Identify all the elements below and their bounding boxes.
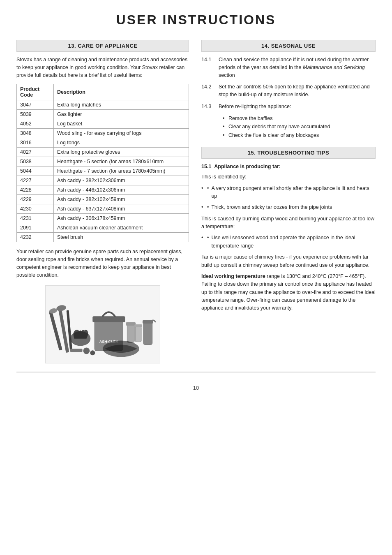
product-code: 4231 — [17, 214, 54, 223]
product-description: Hearthgate - 5 section (for areas 1780x6… — [54, 157, 189, 166]
ts-title: Appliance is producing tar: — [214, 164, 281, 169]
product-code: 4227 — [17, 176, 54, 185]
svg-point-17 — [83, 348, 90, 354]
seasonal-items: 14.1Clean and service the appliance if i… — [201, 56, 376, 139]
table-row: 5038Hearthgate - 5 section (for areas 17… — [17, 157, 189, 166]
product-description: Extra long matches — [54, 100, 189, 110]
svg-rect-7 — [92, 316, 125, 322]
product-description: Ash caddy - 382x102x459mm — [54, 195, 189, 204]
bottom-border — [16, 372, 376, 372]
seasonal-item-text: Before re-lighting the appliance: — [219, 103, 291, 111]
seasonal-item-text: Clean and service the appliance if it is… — [219, 56, 376, 79]
product-description: Ash caddy - 637x127x408mm — [54, 204, 189, 214]
svg-rect-15 — [143, 320, 153, 324]
table-row: 3016Log tongs — [17, 138, 189, 148]
product-description: Ash caddy - 306x178x459mm — [54, 214, 189, 223]
product-code: 3048 — [17, 129, 54, 138]
product-code: 4052 — [17, 119, 54, 129]
table-row: 4052Log basket — [17, 119, 189, 129]
seasonal-bullet: Remove the baffles — [223, 115, 376, 123]
table-row: 3048Wood sling - for easy carrying of lo… — [17, 129, 189, 138]
col-header-code: Product Code — [17, 84, 54, 100]
troubleshoot-section: 15.1 Appliance is producing tar:This is … — [201, 163, 376, 312]
table-row: 5044Hearthgate - 7 section (for areas 17… — [17, 166, 189, 176]
product-description: Wood sling - for easy carrying of logs — [54, 129, 189, 138]
product-code: 4230 — [17, 204, 54, 214]
seasonal-bullet-list: Remove the bafflesClear any debris that … — [223, 115, 376, 139]
ts-item: 15.1 Appliance is producing tar:This is … — [201, 163, 376, 312]
ts-bullet: •Use well seasoned wood and operate the … — [201, 234, 376, 250]
product-code: 5044 — [17, 166, 54, 176]
table-row: 4230Ash caddy - 637x127x408mm — [17, 204, 189, 214]
seasonal-item-text: Set the air controls 50% open to keep th… — [219, 83, 376, 99]
table-row: 4027Extra long protective gloves — [17, 148, 189, 157]
seasonal-bullet: Check the flue is clear of any blockages — [223, 132, 376, 139]
left-column: 13. CARE OF APPLIANCE Stovax has a range… — [16, 40, 189, 363]
product-code: 3047 — [17, 100, 54, 110]
product-code: 4027 — [17, 148, 54, 157]
product-description: Log basket — [54, 119, 189, 129]
product-code: 4228 — [17, 185, 54, 195]
svg-rect-12 — [135, 326, 141, 342]
care-intro: Stovax has a range of cleaning and maint… — [16, 56, 189, 79]
table-row: 4228Ash caddy - 446x102x306mm — [17, 185, 189, 195]
col-header-desc: Description — [54, 84, 189, 100]
table-row: 3047Extra long matches — [17, 100, 189, 110]
product-code: 4232 — [17, 233, 54, 242]
product-code: 3016 — [17, 138, 54, 148]
care-footer: Your retailer can provide genuine spare … — [16, 248, 189, 279]
svg-rect-10 — [127, 324, 134, 343]
ts-num: 15.1 — [201, 164, 211, 169]
seasonal-item-num: 14.2 — [201, 83, 216, 99]
product-description: Gas lighter — [54, 110, 189, 119]
product-description: Ash caddy - 382x102x306mm — [54, 176, 189, 185]
svg-point-18 — [90, 351, 95, 356]
page-title: USER INSTRUCTIONS — [16, 12, 376, 28]
table-row: 2091Ashclean vacuum cleaner attachment — [17, 223, 189, 233]
seasonal-item: 14.3Before re-lighting the appliance: — [201, 103, 376, 111]
product-description: Extra long protective gloves — [54, 148, 189, 157]
product-image: ASH-CLEA — [45, 285, 160, 363]
products-table: Product Code Description 3047Extra long … — [16, 84, 189, 242]
product-code: 4229 — [17, 195, 54, 204]
seasonal-section-header: 14. SEASONAL USE — [201, 40, 376, 52]
table-row: 4229Ash caddy - 382x102x459mm — [17, 195, 189, 204]
product-description: Steel brush — [54, 233, 189, 242]
ts-body-text: This is identified by: — [201, 173, 376, 181]
product-description: Ashclean vacuum cleaner attachment — [54, 223, 189, 233]
table-row: 4231Ash caddy - 306x178x459mm — [17, 214, 189, 223]
ts-body-text: This is caused by burning damp wood and … — [201, 215, 376, 231]
seasonal-item-num: 14.3 — [201, 103, 216, 111]
product-code: 5038 — [17, 157, 54, 166]
seasonal-item: 14.2Set the air controls 50% open to kee… — [201, 83, 376, 99]
right-column: 14. SEASONAL USE 14.1Clean and service t… — [201, 40, 376, 363]
svg-rect-11 — [126, 322, 136, 326]
seasonal-item-num: 14.1 — [201, 56, 216, 79]
svg-rect-14 — [143, 322, 152, 345]
table-row: 5039Gas lighter — [17, 110, 189, 119]
product-description: Log tongs — [54, 138, 189, 148]
ts-header: 15.1 Appliance is producing tar: — [201, 163, 376, 171]
ts-body-text: Tar is a major cause of chimney fires - … — [201, 253, 376, 269]
troubleshoot-section-header: 15. TROUBLESHOOTING TIPS — [201, 147, 376, 159]
product-code: 5039 — [17, 110, 54, 119]
table-row: 4232Steel brush — [17, 233, 189, 242]
product-description: Ash caddy - 446x102x306mm — [54, 185, 189, 195]
product-code: 2091 — [17, 223, 54, 233]
page-number: 10 — [16, 385, 376, 391]
ts-bold-text: Ideal working temperature range is 130°C… — [201, 273, 376, 312]
svg-rect-19 — [70, 349, 83, 352]
product-description: Hearthgate - 7 section (for areas 1780x4… — [54, 166, 189, 176]
seasonal-item: 14.1Clean and service the appliance if i… — [201, 56, 376, 79]
seasonal-bullet: Clear any debris that may have accumulat… — [223, 123, 376, 131]
ts-bullet: •Thick, brown and sticky tar oozes from … — [201, 204, 376, 211]
svg-rect-13 — [134, 324, 142, 327]
table-row: 4227Ash caddy - 382x102x306mm — [17, 176, 189, 185]
care-section-header: 13. CARE OF APPLIANCE — [16, 40, 189, 52]
ts-bullet: •A very strong pungent smell shortly aft… — [201, 185, 376, 201]
